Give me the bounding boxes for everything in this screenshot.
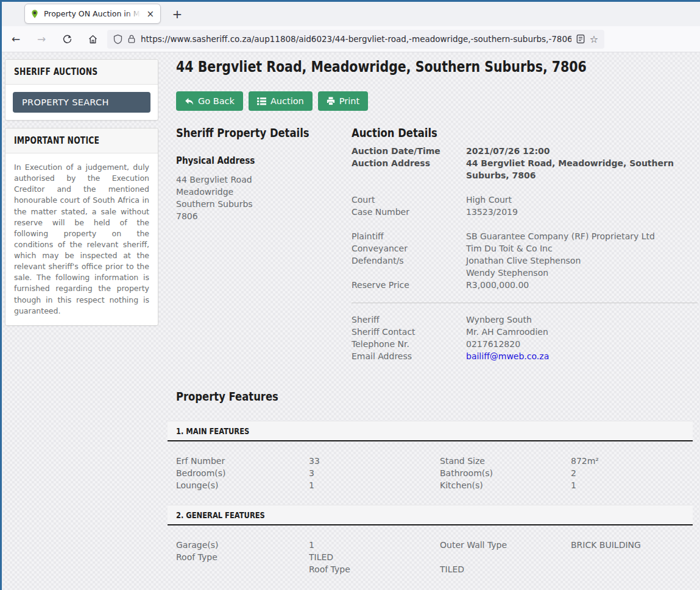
new-tab-button[interactable]: +: [168, 5, 186, 23]
auction-when-group: Auction Date/Time 2021/07/26 12:00 Aucti…: [352, 145, 698, 181]
go-back-button[interactable]: Go Back: [176, 91, 243, 111]
field-label: Plaintiff: [352, 230, 466, 242]
reply-arrow-icon: [185, 97, 194, 105]
defendant-row: Defendant/s Jonathan Clive Stephenson We…: [352, 255, 698, 279]
browser-tab[interactable]: Property ON Auction in Meado ×: [24, 4, 161, 24]
important-notice-header: IMPORTANT NOTICE: [5, 128, 158, 153]
case-number-row: Case Number 13523/2019: [352, 206, 698, 218]
navigation-toolbar: ← → https://www.sasheriff.co.za/aup11808…: [0, 26, 700, 52]
sheriff-contact-row: Sheriff Contact Mr. AH Camroodien: [352, 326, 698, 338]
feature-cell: Bedroom(s): [176, 467, 309, 479]
feature-cell: TILED: [309, 551, 440, 563]
telephone-row: Telephone Nr. 0217612820: [352, 338, 698, 350]
plaintiff-row: Plaintiff SB Guarantee Company (RF) Prop…: [352, 230, 698, 242]
field-label: Auction Date/Time: [352, 145, 466, 157]
auction-datetime-row: Auction Date/Time 2021/07/26 12:00: [352, 145, 698, 157]
auction-button[interactable]: Auction: [249, 91, 313, 111]
field-label: Auction Address: [352, 157, 466, 181]
feature-cell: 1: [309, 479, 440, 491]
property-features-heading: Property Features: [176, 389, 599, 404]
email-link[interactable]: bailiff@mweb.co.za: [466, 351, 549, 361]
feature-cell: [571, 563, 693, 575]
main-content: 44 Bergvliet Road, Meadowridge, Southern…: [168, 58, 693, 578]
field-value: Mr. AH Camroodien: [466, 326, 698, 338]
map-pin-favicon-icon: [30, 9, 40, 19]
feature-cell: 1: [309, 539, 440, 551]
action-buttons: Go Back Auction Print: [176, 91, 693, 111]
url-text: https://www.sasheriff.co.za/aup11808/aid…: [141, 34, 571, 44]
important-notice-text: In Execution of a judgement, duly author…: [5, 153, 158, 325]
feature-cell: Roof Type: [176, 551, 309, 563]
field-value: 0217612820: [466, 338, 698, 350]
feature-cell: BRICK BUILDING: [571, 539, 693, 551]
auction-details-heading: Auction Details: [352, 125, 635, 140]
defendant-name: Wendy Stephenson: [466, 267, 698, 279]
field-value: Tim Du Toit & Co Inc: [466, 242, 698, 255]
auction-details: Auction Details Auction Date/Time 2021/0…: [352, 125, 698, 362]
field-label: Conveyancer: [352, 242, 466, 255]
feature-cell: Garage(s): [176, 539, 309, 551]
feature-cell: [440, 551, 571, 563]
address-line: 7806: [176, 210, 352, 222]
sheriff-auctions-title: SHERIFF AUCTIONS: [14, 66, 125, 77]
address-line: Meadowridge: [176, 186, 352, 198]
field-label: Defendant/s: [352, 255, 466, 279]
feature-cell: Lounge(s): [176, 479, 309, 491]
back-button[interactable]: ←: [6, 30, 26, 48]
general-features-title: 2. GENERAL FEATURES: [176, 510, 599, 520]
property-search-button[interactable]: PROPERTY SEARCH: [13, 92, 150, 113]
sheriff-auctions-header: SHERIFF AUCTIONS: [5, 60, 158, 85]
field-value: Wynberg South: [466, 314, 698, 326]
sidebar: SHERIFF AUCTIONS PROPERTY SEARCH IMPORTA…: [5, 59, 158, 333]
forward-button[interactable]: →: [32, 30, 51, 48]
feature-cell: 33: [309, 455, 440, 467]
sheriff-group: Sheriff Wynberg South Sheriff Contact Mr…: [352, 314, 698, 362]
field-value: High Court: [466, 194, 698, 206]
feature-cell: TILED: [440, 563, 571, 575]
feature-cell: Bathroom(s): [440, 467, 571, 479]
feature-cell: 1: [571, 479, 693, 491]
bookmark-star-icon[interactable]: ☆: [590, 33, 598, 45]
main-features-title: 1. MAIN FEATURES: [176, 426, 599, 436]
physical-address-heading: Physical Address: [176, 155, 320, 166]
email-row: Email Address bailiff@mweb.co.za: [352, 350, 698, 362]
home-icon[interactable]: [83, 30, 102, 48]
sheriff-property-details: Sheriff Property Details Physical Addres…: [176, 125, 352, 362]
general-features-table: Garage(s)1Outer Wall TypeBRICK BUILDINGR…: [168, 525, 693, 578]
address-line: 44 Bergvliet Road: [176, 174, 352, 186]
divider: [352, 303, 698, 303]
general-features-section-header: 2. GENERAL FEATURES: [168, 505, 693, 525]
field-label: Sheriff: [352, 314, 466, 326]
parties-group: Plaintiff SB Guarantee Company (RF) Prop…: [352, 230, 698, 291]
reader-mode-icon[interactable]: [576, 34, 585, 44]
feature-cell: 2: [571, 467, 693, 479]
reload-icon[interactable]: [57, 30, 77, 48]
defendant-name: Jonathan Clive Stephenson: [466, 255, 698, 267]
feature-cell: [176, 563, 309, 575]
tab-close-icon[interactable]: ×: [145, 9, 155, 19]
field-label: Sheriff Contact: [352, 326, 466, 338]
important-notice-card: IMPORTANT NOTICE In Execution of a judge…: [5, 128, 158, 326]
page-content: SHERIFF AUCTIONS PROPERTY SEARCH IMPORTA…: [0, 52, 700, 590]
url-bar[interactable]: https://www.sasheriff.co.za/aup11808/aid…: [107, 30, 604, 49]
main-features-section-header: 1. MAIN FEATURES: [168, 421, 693, 441]
feature-cell: Erf Number: [176, 455, 309, 467]
feature-cell: 872m²: [571, 455, 693, 467]
window-border-left: [0, 0, 2, 590]
feature-cell: [571, 551, 693, 563]
tracking-shield-icon[interactable]: [113, 34, 122, 44]
feature-cell: Outer Wall Type: [440, 539, 571, 551]
sheriff-auctions-card: SHERIFF AUCTIONS PROPERTY SEARCH: [5, 59, 158, 121]
feature-cell: Roof Type: [309, 563, 440, 575]
field-label: Telephone Nr.: [352, 338, 466, 350]
window-border-top: [0, 0, 700, 2]
print-button[interactable]: Print: [318, 91, 368, 111]
field-label: Court: [352, 194, 466, 206]
physical-address: 44 Bergvliet Road Meadowridge Southern S…: [176, 174, 352, 222]
reserve-price-row: Reserve Price R3,000,000.00: [352, 279, 698, 291]
feature-cell: 3: [309, 467, 440, 479]
tab-title-fade: [125, 9, 141, 18]
field-label: Email Address: [352, 350, 466, 362]
page-title: 44 Bergvliet Road, Meadowridge, Southern…: [176, 58, 599, 76]
lock-icon[interactable]: [127, 34, 136, 44]
